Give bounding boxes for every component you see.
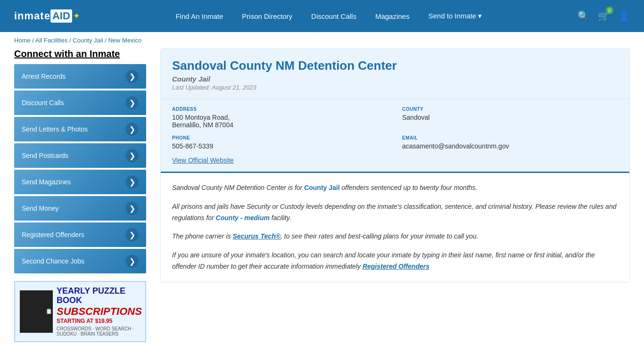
arrow-icon: ❯ [125,255,139,268]
desc-paragraph-4: If you are unsure of your inmate's locat… [172,250,618,272]
arrow-icon: ❯ [125,149,139,162]
email-block: EMAIL acasamento@sandovalcountnm.gov [402,135,618,150]
email-value: acasamento@sandovalcountnm.gov [402,142,618,150]
sidebar-item-send-magazines[interactable]: Send Magazines ❯ [14,170,146,194]
sidebar-item-send-postcards[interactable]: Send Postcards ❯ [14,143,146,168]
facility-name: Sandoval County NM Detention Center [172,58,618,73]
arrow-icon: ❯ [125,70,139,83]
phone-block: PHONE 505-867-5339 [172,135,388,150]
breadcrumb-home[interactable]: Home [14,37,31,44]
sidebar-item-registered-offenders[interactable]: Registered Offenders ❯ [14,222,146,247]
user-icon[interactable]: 👤 [618,10,630,22]
county-medium-link[interactable]: County - medium [216,214,270,222]
sidebar-ad[interactable]: // Draw a simple crossword-like grid via… [14,281,146,342]
county-value: Sandoval [402,114,618,121]
sidebar-item-arrest-records[interactable]: Arrest Records ❯ [14,64,146,89]
securus-tech-link[interactable]: Securus Tech® [232,232,281,240]
sidebar-title: Connect with an Inmate [14,49,146,59]
desc-paragraph-2: All prisons and jails have Security or C… [172,201,618,224]
sidebar-menu: Arrest Records ❯ Discount Calls ❯ Send L… [14,64,146,273]
sidebar-item-label: Send Magazines [22,178,71,186]
content-area: Sandoval County NM Detention Center Coun… [160,49,630,342]
sidebar: Connect with an Inmate Arrest Records ❯ … [14,49,146,342]
sidebar-item-send-letters[interactable]: Send Letters & Photos ❯ [14,117,146,141]
arrow-icon: ❯ [125,96,139,109]
address-block: ADDRESS 100 Montoya Road, Bernalillo, NM… [172,107,388,129]
sidebar-item-label: Send Postcards [22,152,68,159]
ad-title: YEARLY PUZZLE BOOK [57,287,142,305]
search-icon[interactable]: 🔍 [578,10,589,22]
header-actions: 🔍 🛒 0 👤 [578,10,630,22]
site-header: inmate AID ✦ Find An Inmate Prison Direc… [0,0,644,32]
sidebar-item-label: Send Money [22,205,59,212]
address-line1: 100 Montoya Road, [172,114,388,121]
sidebar-item-send-money[interactable]: Send Money ❯ [14,196,146,221]
registered-offenders-link[interactable]: Registered Offenders [363,263,429,270]
sidebar-item-discount-calls[interactable]: Discount Calls ❯ [14,90,146,115]
ad-subtitle: SUBSCRIPTIONS [57,305,142,318]
sidebar-item-label: Arrest Records [22,73,66,80]
arrow-icon: ❯ [125,202,139,215]
desc-paragraph-3: The phone carrier is Securus Tech®, to s… [172,231,618,242]
address-line2: Bernalillo, NM 87004 [172,121,388,129]
facility-header: Sandoval County NM Detention Center Coun… [161,49,629,99]
facility-card: Sandoval County NM Detention Center Coun… [160,49,630,282]
breadcrumb: Home / All Facilities / County Jail / Ne… [0,32,644,49]
phone-value: 505-867-5339 [172,142,388,150]
nav-magazines[interactable]: Magazines [375,12,410,20]
desc-paragraph-1: Sandoval County NM Detention Center is f… [172,182,618,194]
breadcrumb-all-facilities[interactable]: All Facilities [35,37,68,44]
county-label: COUNTY [402,107,618,112]
arrow-icon: ❯ [125,123,139,136]
phone-label: PHONE [172,135,388,140]
sidebar-item-second-chance-jobs[interactable]: Second Chance Jobs ❯ [14,249,146,273]
ad-price: STARTING AT $19.95 [57,318,142,324]
facility-updated: Last Updated: August 21, 2023 [172,84,618,91]
sidebar-item-label: Second Chance Jobs [22,257,84,265]
cart-badge: 0 [606,7,613,14]
logo-icon: ✦ [73,11,80,21]
sidebar-item-label: Discount Calls [22,99,64,107]
view-official-website-link[interactable]: View Official Website [172,156,234,164]
logo[interactable]: inmate AID ✦ [14,9,80,23]
nav-send-to-inmate[interactable]: Send to Inmate ▾ [428,12,482,20]
facility-details: ADDRESS 100 Montoya Road, Bernalillo, NM… [161,99,629,173]
arrow-icon: ❯ [125,175,139,189]
website-block: View Official Website [172,156,618,164]
facility-description: Sandoval County NM Detention Center is f… [161,173,629,282]
breadcrumb-county-jail[interactable]: County Jail [73,37,103,44]
arrow-icon: ❯ [125,228,139,241]
county-jail-link[interactable]: County Jail [304,184,339,191]
main-content: Connect with an Inmate Arrest Records ❯ … [0,49,644,342]
logo-aid: AID [50,9,72,23]
breadcrumb-state[interactable]: New Mexico [108,37,141,44]
county-block: COUNTY Sandoval [402,107,618,129]
email-label: EMAIL [402,135,618,140]
nav-prison-directory[interactable]: Prison Directory [242,12,292,20]
sidebar-item-label: Registered Offenders [22,231,84,239]
ad-desc: CROSSWORDS · WORD SEARCH · SUDOKU · BRAI… [57,326,142,337]
nav-discount-calls[interactable]: Discount Calls [311,12,356,20]
address-label: ADDRESS [172,107,388,112]
nav-find-inmate[interactable]: Find An Inmate [175,12,223,20]
sidebar-item-label: Send Letters & Photos [22,125,88,133]
logo-text: inmate [14,10,50,22]
facility-type: County Jail [172,75,618,83]
main-nav: Find An Inmate Prison Directory Discount… [80,12,578,20]
cart-icon[interactable]: 🛒 0 [598,10,610,22]
